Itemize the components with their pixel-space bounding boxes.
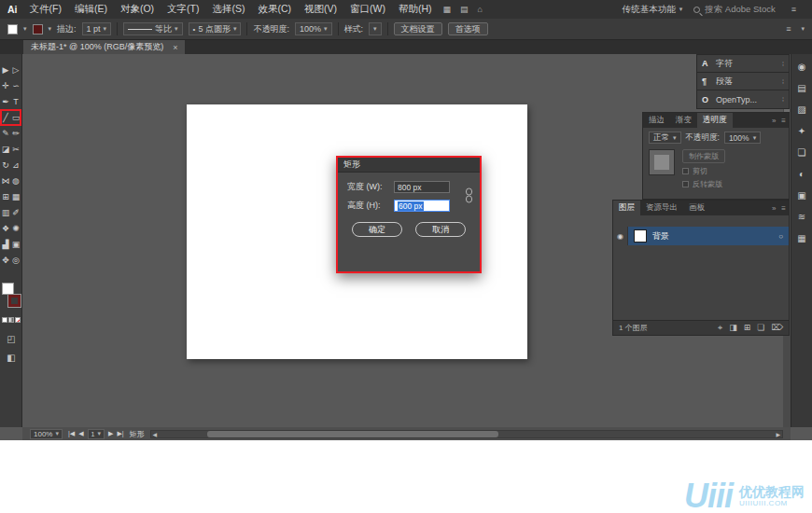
- paragraph-panel-button[interactable]: ¶ 段落 ⁞: [697, 73, 789, 90]
- blend-tool[interactable]: ❖: [1, 220, 11, 236]
- artboard-tool[interactable]: ▣: [11, 236, 21, 252]
- document-tab[interactable]: 未标题-1* @ 100% (RGB/像素预览) ×: [23, 40, 185, 54]
- paintbrush-tool[interactable]: ✎: [1, 125, 11, 141]
- menu-select[interactable]: 选择(S): [206, 3, 252, 16]
- new-sublayer-icon[interactable]: ⊞: [744, 323, 751, 333]
- menu-window[interactable]: 窗口(W): [343, 3, 392, 16]
- scroll-right-icon[interactable]: ▶: [776, 431, 780, 437]
- opacity-field[interactable]: 100% ▾: [295, 22, 332, 35]
- preferences-button[interactable]: 首选项: [448, 22, 488, 35]
- collapse-icon[interactable]: »: [769, 113, 778, 128]
- opentype-panel-button[interactable]: O OpenTyp... ⁞: [697, 90, 789, 108]
- tab-stroke[interactable]: 描边: [643, 113, 670, 128]
- panel-menu-icon[interactable]: ≡: [778, 113, 789, 128]
- menu-object[interactable]: 对象(O): [114, 3, 161, 16]
- fill-stroke-widget[interactable]: [2, 283, 21, 307]
- target-circle-icon[interactable]: ○: [778, 232, 783, 241]
- home-icon[interactable]: ⌂: [478, 5, 483, 14]
- tab-layers[interactable]: 图层: [613, 201, 640, 215]
- document-setup-button[interactable]: 文档设置: [394, 22, 442, 35]
- perspective-grid-tool[interactable]: ⊞: [1, 188, 11, 204]
- style-dropdown[interactable]: ▾: [369, 22, 382, 35]
- dialog-title[interactable]: 矩形: [338, 158, 480, 173]
- visibility-eye-icon[interactable]: ◉: [613, 227, 628, 245]
- tab-gradient[interactable]: 渐变: [670, 113, 697, 128]
- clip-checkbox[interactable]: 剪切: [682, 166, 725, 176]
- menu-effect[interactable]: 效果(C): [252, 3, 299, 16]
- gradient-mode-icon[interactable]: [8, 317, 14, 323]
- ok-button[interactable]: 确定: [352, 222, 402, 237]
- width-input[interactable]: 800 px: [394, 181, 450, 193]
- pathfinder-panel-icon[interactable]: ▦: [797, 233, 805, 243]
- libraries-panel-icon[interactable]: ❏: [798, 147, 806, 158]
- pencil-tool[interactable]: ✏: [11, 125, 21, 141]
- make-mask-button[interactable]: 制作蒙版: [682, 149, 725, 163]
- panel-opacity-field[interactable]: 100% ▾: [724, 132, 761, 144]
- symbols-panel-icon[interactable]: ✦: [798, 126, 805, 136]
- brushes-panel-icon[interactable]: ▨: [797, 104, 805, 115]
- tab-artboards[interactable]: 画板: [683, 201, 710, 215]
- direct-selection-tool[interactable]: ▷: [11, 62, 21, 77]
- fill-color-swatch[interactable]: [7, 24, 18, 35]
- panel-menu-icon[interactable]: ≡: [791, 5, 796, 14]
- workspace-switcher[interactable]: 传统基本功能 ▾: [623, 4, 683, 16]
- column-graph-tool[interactable]: ▟: [1, 236, 11, 252]
- pen-tool[interactable]: ✒: [1, 93, 11, 109]
- new-layer-icon[interactable]: ❏: [757, 323, 764, 333]
- artboard-number-field[interactable]: 1 ▾: [88, 429, 105, 439]
- rotate-tool[interactable]: ↻: [1, 157, 11, 173]
- collapse-icon[interactable]: »: [769, 201, 778, 215]
- blend-mode-dropdown[interactable]: 正常 ▾: [649, 132, 681, 144]
- symbol-sprayer-tool[interactable]: ✺: [11, 220, 21, 236]
- character-panel-button[interactable]: A 字符 ⁞: [697, 55, 789, 73]
- stock-search[interactable]: 搜索 Adobe Stock: [693, 4, 776, 16]
- previous-artboard-icon[interactable]: ◀: [78, 430, 83, 437]
- control-panel-menu-icon[interactable]: ≡: [786, 24, 791, 34]
- zoom-tool[interactable]: ◎: [11, 252, 21, 268]
- chevron-down-icon[interactable]: ▾: [23, 25, 27, 33]
- cancel-button[interactable]: 取消: [415, 222, 466, 237]
- stroke-weight-field[interactable]: 1 pt ▾: [82, 22, 112, 35]
- first-artboard-icon[interactable]: |◀: [68, 430, 75, 437]
- magic-wand-tool[interactable]: ✛: [1, 77, 11, 93]
- menu-edit[interactable]: 编辑(E): [68, 3, 114, 16]
- none-mode-icon[interactable]: [15, 317, 21, 323]
- hand-tool[interactable]: ✥: [1, 252, 11, 268]
- chevron-down-icon[interactable]: ▾: [49, 25, 52, 33]
- menu-help[interactable]: 帮助(H): [392, 3, 439, 16]
- scissors-tool[interactable]: ✂: [11, 141, 21, 157]
- lasso-tool[interactable]: ∽: [11, 77, 21, 93]
- chevron-down-icon[interactable]: ▾: [801, 25, 805, 33]
- delete-layer-icon[interactable]: ⌦: [771, 323, 783, 333]
- invert-mask-checkbox[interactable]: 反转蒙版: [682, 179, 725, 189]
- arrange-documents-icon[interactable]: ▦: [443, 5, 452, 14]
- eyedropper-tool[interactable]: ✐: [11, 204, 21, 220]
- brush-dropdown[interactable]: • 5 点圆形 ▾: [189, 22, 242, 35]
- scale-tool[interactable]: ⊿: [11, 157, 21, 173]
- draw-mode-icon[interactable]: ◰: [0, 334, 22, 344]
- height-input[interactable]: 600 px: [394, 200, 450, 212]
- gradient-tool[interactable]: ▥: [1, 204, 11, 220]
- menu-type[interactable]: 文字(T): [161, 3, 205, 16]
- selection-tool[interactable]: ▶: [1, 62, 11, 77]
- menu-view[interactable]: 视图(V): [298, 3, 343, 16]
- close-icon[interactable]: ×: [173, 43, 177, 52]
- stroke-profile-dropdown[interactable]: 等比 ▾: [123, 22, 183, 35]
- horizontal-scrollbar[interactable]: ◀ ▶: [150, 430, 783, 438]
- make-clipping-mask-icon[interactable]: ◨: [729, 323, 737, 333]
- horizontal-scroll-thumb[interactable]: [207, 431, 497, 437]
- constrain-proportions-icon[interactable]: [464, 187, 474, 207]
- next-artboard-icon[interactable]: ▶: [108, 430, 113, 437]
- links-panel-icon[interactable]: ≋: [798, 212, 805, 222]
- layer-row[interactable]: ◉ 背景 ○: [613, 227, 789, 245]
- workspace-layout-icon[interactable]: ▤: [460, 5, 469, 14]
- stroke-color-swatch[interactable]: [33, 24, 43, 35]
- swatches-panel-icon[interactable]: ▤: [797, 83, 805, 93]
- graphic-styles-panel-icon[interactable]: ▣: [797, 190, 805, 201]
- tab-transparency[interactable]: 透明度: [697, 113, 733, 128]
- locate-object-icon[interactable]: ⌖: [718, 323, 722, 333]
- eraser-tool[interactable]: ◪: [1, 141, 11, 157]
- type-tool[interactable]: T: [11, 93, 21, 109]
- screen-mode-icon[interactable]: ◧: [0, 353, 22, 363]
- tab-asset-export[interactable]: 资源导出: [640, 201, 683, 215]
